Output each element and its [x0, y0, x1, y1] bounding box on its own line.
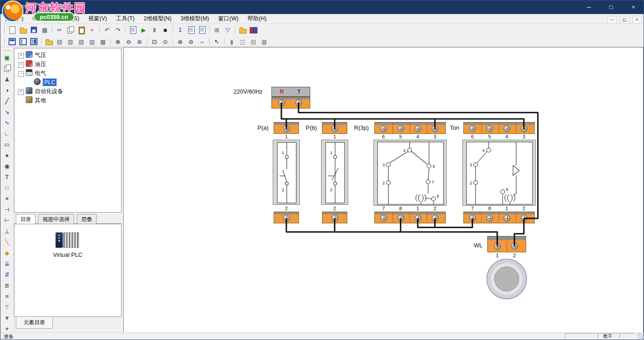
list-b-tool[interactable]: ≡	[2, 291, 12, 301]
sheet-prev-button[interactable]: ▥	[65, 37, 75, 47]
line-tool[interactable]: ╱	[2, 96, 12, 106]
terminal-screw[interactable]	[469, 125, 476, 132]
ton-top-terminal[interactable]	[463, 122, 535, 134]
power-terminal-block[interactable]: R T	[271, 87, 310, 97]
minimize-button[interactable]: ─	[579, 0, 599, 14]
open-file-button[interactable]	[18, 25, 28, 35]
arrange-3-button[interactable]: ▤	[248, 37, 258, 47]
title-bar[interactable]: V V-FLEQ - [2维视窗] ─ □ ×	[0, 0, 644, 14]
sheet-copy-button[interactable]: ▧	[76, 37, 86, 47]
expander-icon[interactable]: +	[18, 62, 24, 68]
terminal-screw[interactable]	[432, 215, 439, 222]
r3p-body[interactable]: 4 3 2 6 7 8	[373, 140, 447, 206]
redo-button[interactable]: ↷	[113, 25, 123, 35]
sheet-grid-button[interactable]: ▩	[98, 37, 108, 47]
tab-select-in-view[interactable]: 视图中选择	[38, 214, 74, 224]
schematic-canvas[interactable]: 220V/60Hz R T P(a) 1	[123, 47, 644, 334]
tree-item-hydraulic[interactable]: +油压	[14, 60, 121, 69]
watch-window-button[interactable]	[186, 25, 196, 35]
zoom-rate-up-button[interactable]: ⊛	[175, 37, 185, 47]
menu-tools[interactable]: 工具(T)	[112, 14, 139, 24]
anchor-tool[interactable]: ▼	[2, 313, 12, 323]
terminal-screw[interactable]	[521, 215, 527, 222]
sheet-print-button[interactable]: ▨	[87, 37, 97, 47]
step-button[interactable]: ↧	[175, 25, 185, 35]
tree-item-pneumatic[interactable]: +气压	[14, 51, 121, 60]
pa-body[interactable]: 1 2	[273, 140, 300, 205]
pb-top-terminal[interactable]	[322, 122, 347, 134]
mdi-restore-button[interactable]: ◱	[620, 16, 630, 24]
terminal-screw[interactable]	[397, 215, 404, 222]
tree-item-other[interactable]: 其他	[14, 96, 121, 105]
virtual-plc-item[interactable]: Virtual PLC	[14, 231, 121, 258]
list-a-tool[interactable]: ≣	[2, 280, 12, 290]
coil-tool[interactable]: ⊥	[2, 226, 12, 236]
rect-tool[interactable]: ▭	[2, 139, 12, 149]
text-tool[interactable]: T	[2, 172, 12, 182]
terminal-screw[interactable]	[486, 215, 493, 222]
menu-simulate[interactable]: 仿真(S)	[56, 14, 84, 24]
arrange-1-button[interactable]: ▮	[227, 37, 237, 47]
terminal-screw[interactable]	[380, 215, 387, 222]
toolbar-grip[interactable]	[4, 48, 11, 51]
filter-button[interactable]: ▽	[223, 25, 233, 35]
zoom-actual-button[interactable]: ⊜	[135, 37, 145, 47]
pb-body[interactable]: 1 2	[321, 140, 348, 205]
fill-tool[interactable]: ◆	[2, 248, 12, 258]
sheet-save-button[interactable]: ▤	[55, 37, 65, 47]
pa-top-terminal[interactable]	[274, 122, 299, 134]
pen-tool[interactable]: ╲	[2, 237, 12, 247]
contact-a-tool[interactable]: ⊣	[2, 204, 12, 214]
zoom-window-button[interactable]: ⊡	[149, 37, 159, 47]
zoom-rate-down-button[interactable]: ⊘	[186, 37, 196, 47]
paste-button[interactable]	[76, 25, 86, 35]
terminal-screw[interactable]	[511, 243, 518, 250]
terminal-screw[interactable]	[469, 215, 476, 222]
toolbar-grip[interactable]	[2, 38, 5, 45]
terminal-screw[interactable]	[331, 125, 338, 132]
component-tool[interactable]: ♟	[2, 74, 12, 84]
message-window-button[interactable]	[197, 25, 207, 35]
circle-tool[interactable]: ●	[2, 150, 12, 160]
star-tool[interactable]: ✶	[2, 194, 12, 203]
arrange-4-button[interactable]: ▦	[259, 37, 269, 47]
tree-item-electrical[interactable]: -电气	[14, 69, 121, 78]
copy-button[interactable]	[65, 25, 75, 35]
delete-button[interactable]: ×	[87, 25, 97, 35]
menu-model-3d[interactable]: 3维模型(M)	[176, 14, 214, 24]
terminal-screw[interactable]	[432, 125, 439, 132]
arrow-tool[interactable]: ↘	[2, 107, 12, 117]
maximize-button[interactable]: □	[601, 0, 621, 14]
window-layout-1-button[interactable]	[7, 37, 17, 47]
jump-in-tool[interactable]: ⇊	[2, 259, 12, 269]
tab-cascade[interactable]: 层叠	[77, 214, 97, 224]
help-button[interactable]	[248, 25, 258, 35]
zoom-extent-button[interactable]: ⊙	[160, 37, 170, 47]
menu-view[interactable]: 视窗(V)	[84, 14, 112, 24]
expander-icon[interactable]: +	[18, 53, 24, 59]
close-button[interactable]: ×	[623, 0, 644, 14]
terminal-screw[interactable]	[283, 125, 290, 132]
resize-grip[interactable]	[637, 333, 643, 339]
terminal-screw[interactable]	[504, 125, 510, 132]
r3p-top-terminal[interactable]	[374, 122, 446, 134]
r3p-bottom-terminal[interactable]	[374, 212, 446, 223]
terminal-screw[interactable]	[283, 215, 290, 222]
stop-button[interactable]: ■	[160, 25, 170, 35]
undo-button[interactable]: ↶	[102, 25, 112, 35]
terminal-screw[interactable]	[486, 125, 493, 132]
ellipse-tool[interactable]: ◉	[2, 161, 12, 171]
mdi-close-button[interactable]: ×	[632, 16, 642, 24]
menu-edit[interactable]: 编辑(E)	[28, 14, 56, 24]
terminal-screw[interactable]	[415, 215, 421, 222]
fit-view-tool[interactable]: ▣	[2, 52, 12, 62]
menu-help[interactable]: 帮助(H)	[243, 14, 271, 24]
new-file-button[interactable]	[7, 25, 17, 35]
pan-button[interactable]: ⇔	[197, 37, 207, 47]
terminal-screw[interactable]	[278, 99, 285, 106]
element-catalog-panel[interactable]: Virtual PLC	[14, 224, 121, 317]
terminal-screw[interactable]	[521, 125, 527, 132]
expander-icon[interactable]: +	[18, 89, 24, 95]
toolbar-grip[interactable]	[2, 26, 5, 33]
tool-setup-tool[interactable]: ⊤	[2, 302, 12, 312]
